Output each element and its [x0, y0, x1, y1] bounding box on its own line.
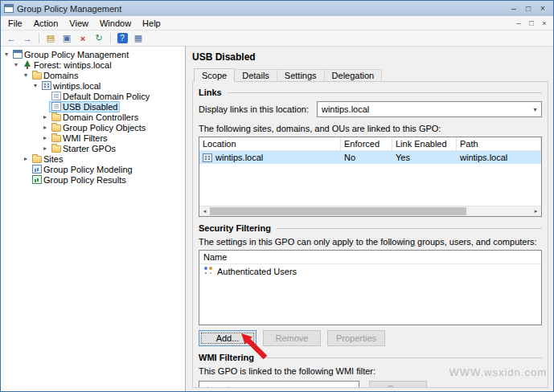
tree-item-wmi-filters[interactable]: ▸ WMI Filters: [1, 133, 185, 143]
folder-icon: [51, 114, 61, 121]
tree-item-forest[interactable]: ▾ Forest: wintips.local: [1, 59, 185, 70]
tab-settings[interactable]: Settings: [277, 69, 325, 81]
expander-icon[interactable]: ▸: [41, 145, 49, 152]
toolbar-separator: [39, 33, 39, 43]
tree-item-label: Domain Controllers: [61, 112, 138, 122]
tree-item-wintips-local[interactable]: ▾ wintips.local: [1, 80, 185, 91]
tree-item-sites[interactable]: ▸ Sites: [1, 153, 185, 164]
tab-scope[interactable]: Scope: [194, 68, 235, 82]
expander-icon[interactable]: ▸: [41, 113, 49, 120]
section-divider: [260, 357, 542, 358]
menu-view[interactable]: View: [64, 17, 94, 30]
wmi-filter-value: <none>: [203, 384, 347, 388]
menu-action[interactable]: Action: [28, 17, 64, 30]
gpo-icon: [51, 102, 61, 111]
expander-icon[interactable]: ▸: [41, 124, 49, 131]
group-icon: [203, 267, 213, 276]
security-buttons: Add... Remove Properties: [199, 330, 542, 346]
menu-window[interactable]: Window: [94, 17, 137, 30]
forest-icon: [23, 60, 32, 69]
expander-icon[interactable]: ▾: [31, 82, 39, 89]
mdi-restore-button[interactable]: □: [525, 19, 538, 27]
mdi-minimize-button[interactable]: –: [512, 19, 525, 27]
links-intro-text: The following sites, domains, and OUs ar…: [199, 124, 542, 133]
refresh-icon[interactable]: ↻: [92, 32, 106, 45]
new-window-icon[interactable]: ▦: [131, 32, 146, 45]
tab-details[interactable]: Details: [234, 69, 277, 81]
help-icon[interactable]: ?: [115, 32, 129, 45]
group-policy-management-window: Group Policy Management – □ × File Actio…: [0, 0, 554, 392]
tab-delegation[interactable]: Delegation: [324, 69, 383, 81]
link-enforced: No: [341, 151, 392, 164]
scrollbar-track[interactable]: [210, 206, 531, 216]
expander-icon[interactable]: ▾: [12, 61, 20, 68]
minimize-button[interactable]: –: [507, 2, 521, 14]
show-console-tree-icon[interactable]: ▣: [60, 32, 74, 45]
menu-file[interactable]: File: [2, 17, 28, 30]
tree-item-label: Group Policy Objects: [61, 123, 146, 133]
links-table: Location Enforced Link Enabled Path wint…: [199, 137, 542, 217]
tree-item-starter-gpos[interactable]: ▸ Starter GPOs: [1, 143, 185, 153]
tree-item-label: Group Policy Results: [42, 175, 126, 185]
folder-icon: [32, 156, 42, 163]
wmi-filter-select[interactable]: <none> ▾: [199, 381, 359, 388]
details-pane: USB Disabled Scope Details Settings Dele…: [186, 47, 553, 391]
scrollbar-thumb[interactable]: [210, 207, 466, 215]
expander-icon[interactable]: ▸: [41, 134, 49, 141]
scroll-right-icon[interactable]: ▸: [531, 208, 541, 214]
folder-icon: [32, 72, 42, 80]
tree-item-label: Default Domain Policy: [61, 92, 150, 101]
column-header-enforced[interactable]: Enforced: [341, 137, 392, 151]
column-header-location[interactable]: Location: [199, 137, 341, 151]
mdi-close-button[interactable]: ×: [538, 19, 551, 27]
links-table-body: wintips.local No Yes wintips.local: [199, 151, 541, 206]
menu-bar: File Action View Window Help – □ ×: [1, 16, 553, 31]
tree-item-label: Group Policy Management: [23, 50, 129, 59]
chevron-down-icon[interactable]: ▾: [529, 106, 541, 113]
security-section-heading: Security Filtering: [199, 223, 542, 233]
tree-item-domains[interactable]: ▾ Domains: [1, 70, 185, 80]
domain-icon: [42, 81, 51, 90]
display-location-select[interactable]: wintips.local ▾: [317, 101, 542, 117]
forward-icon[interactable]: →: [20, 32, 35, 45]
links-heading-label: Links: [199, 88, 222, 97]
expander-icon[interactable]: ▸: [22, 155, 30, 162]
delete-icon[interactable]: ×: [76, 32, 90, 45]
maximize-button[interactable]: □: [521, 2, 536, 14]
expander-icon[interactable]: ▾: [22, 71, 30, 79]
folder-icon: [51, 145, 61, 153]
column-header-link-enabled[interactable]: Link Enabled: [392, 137, 457, 151]
horizontal-scrollbar[interactable]: ◂ ▸: [199, 206, 541, 216]
console-tree: ▾ Group Policy Management ▾ Forest: wint…: [1, 47, 186, 391]
tab-strip: Scope Details Settings Delegation: [192, 68, 548, 81]
back-icon[interactable]: ←: [4, 32, 18, 45]
table-row[interactable]: wintips.local No Yes wintips.local: [199, 151, 541, 164]
security-filtering-list: Name Authenticated Users: [199, 250, 542, 325]
add-button[interactable]: Add...: [199, 330, 256, 346]
tree-item-group-policy-results[interactable]: Group Policy Results: [1, 174, 185, 185]
column-header-path[interactable]: Path: [457, 137, 541, 151]
tree-item-domain-controllers[interactable]: ▸ Domain Controllers: [1, 112, 185, 122]
tree-item-label: Sites: [42, 154, 63, 164]
chevron-down-icon[interactable]: ▾: [347, 386, 359, 389]
folder-icon: [51, 135, 61, 142]
tree-item-group-policy-modeling[interactable]: Group Policy Modeling: [1, 164, 185, 174]
help-glyph: ?: [117, 33, 128, 43]
scroll-left-icon[interactable]: ◂: [199, 208, 210, 214]
menu-help[interactable]: Help: [137, 17, 166, 30]
title-bar: Group Policy Management – □ ×: [1, 1, 553, 16]
column-header-name[interactable]: Name: [199, 251, 541, 264]
export-list-icon[interactable]: ▤: [43, 32, 58, 45]
tree-item-usb-disabled[interactable]: USB Disabled: [1, 101, 185, 112]
expander-icon[interactable]: ▾: [2, 51, 10, 58]
security-intro-text: The settings in this GPO can only apply …: [199, 237, 542, 247]
tree-item-group-policy-management[interactable]: ▾ Group Policy Management: [1, 49, 185, 59]
close-button[interactable]: ×: [536, 2, 550, 14]
tree-item-label: wintips.local: [51, 81, 101, 91]
wmi-section-heading: WMI Filtering: [199, 353, 542, 362]
tree-item-default-domain-policy[interactable]: Default Domain Policy: [1, 91, 185, 101]
toolbar-separator: [110, 33, 111, 43]
links-table-header: Location Enforced Link Enabled Path: [199, 137, 541, 151]
tree-item-group-policy-objects[interactable]: ▸ Group Policy Objects: [1, 122, 185, 133]
list-item[interactable]: Authenticated Users: [199, 264, 541, 278]
